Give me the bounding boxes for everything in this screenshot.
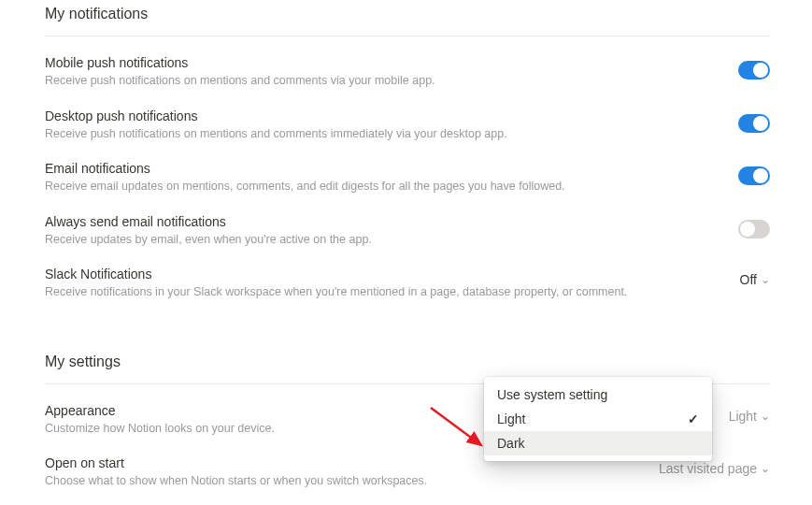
setting-desc: Receive email updates on mentions, comme… — [45, 179, 701, 195]
setting-control — [738, 114, 770, 133]
value-select[interactable]: Last visited page⌄ — [659, 461, 770, 476]
value-select[interactable]: Off⌄ — [740, 272, 770, 287]
value-label: Last visited page — [659, 461, 757, 476]
chevron-down-icon: ⌄ — [761, 273, 770, 286]
setting-text: Slack NotificationsReceive notifications… — [45, 267, 740, 301]
setting-text: Always send email notificationsReceive u… — [45, 214, 738, 249]
setting-desc: Receive updates by email, even when you'… — [45, 232, 701, 249]
toggle-knob — [753, 116, 768, 131]
dropdown-item-label: Light — [497, 411, 525, 426]
setting-control: Light⌄ — [729, 409, 770, 424]
setting-control: Last visited page⌄ — [659, 461, 770, 476]
setting-control — [738, 166, 770, 185]
setting-title: Desktop push notifications — [45, 108, 701, 123]
setting-text: Desktop push notificationsReceive push n… — [45, 108, 738, 143]
toggle-knob — [753, 63, 768, 78]
setting-row: Always send email notificationsReceive u… — [45, 214, 770, 249]
setting-title: Slack Notifications — [45, 267, 703, 281]
setting-desc: Choose what to show when Notion starts o… — [45, 473, 621, 490]
toggle-knob — [753, 168, 768, 183]
setting-control — [738, 220, 770, 238]
check-icon: ✓ — [688, 411, 699, 426]
setting-title: Mobile push notifications — [45, 55, 701, 70]
dropdown-item-label: Dark — [497, 436, 525, 451]
value-label: Off — [740, 272, 757, 287]
setting-desc: Receive push notifications on mentions a… — [45, 73, 701, 90]
setting-title: Email notifications — [45, 161, 701, 176]
setting-desc: Receive notifications in your Slack work… — [45, 284, 703, 301]
dropdown-item-dark[interactable]: Dark — [484, 431, 712, 455]
toggle[interactable] — [738, 220, 770, 238]
toggle[interactable] — [738, 61, 770, 79]
appearance-dropdown[interactable]: Use system setting Light ✓ Dark — [484, 377, 712, 461]
setting-control: Off⌄ — [740, 272, 770, 287]
setting-row: Slack NotificationsReceive notifications… — [45, 267, 770, 301]
dropdown-item-label: Use system setting — [497, 387, 607, 402]
setting-control — [738, 61, 770, 79]
setting-row: Mobile push notificationsReceive push no… — [45, 55, 770, 90]
setting-desc: Receive push notifications on mentions a… — [45, 126, 701, 143]
settings-heading: My settings — [45, 354, 770, 370]
divider — [45, 36, 770, 36]
notifications-heading: My notifications — [45, 6, 770, 22]
setting-title: Always send email notifications — [45, 214, 701, 229]
setting-row: Desktop push notificationsReceive push n… — [45, 108, 770, 143]
setting-text: Mobile push notificationsReceive push no… — [45, 55, 738, 90]
value-select[interactable]: Light⌄ — [729, 409, 770, 424]
chevron-down-icon: ⌄ — [761, 462, 770, 475]
setting-row: Email notificationsReceive email updates… — [45, 161, 770, 195]
setting-text: Email notificationsReceive email updates… — [45, 161, 738, 195]
value-label: Light — [729, 409, 757, 424]
toggle-knob — [740, 222, 755, 237]
dropdown-item-use-system[interactable]: Use system setting — [484, 382, 712, 407]
chevron-down-icon: ⌄ — [761, 410, 770, 423]
dropdown-item-light[interactable]: Light ✓ — [484, 407, 712, 431]
toggle[interactable] — [738, 114, 770, 133]
toggle[interactable] — [738, 166, 770, 185]
